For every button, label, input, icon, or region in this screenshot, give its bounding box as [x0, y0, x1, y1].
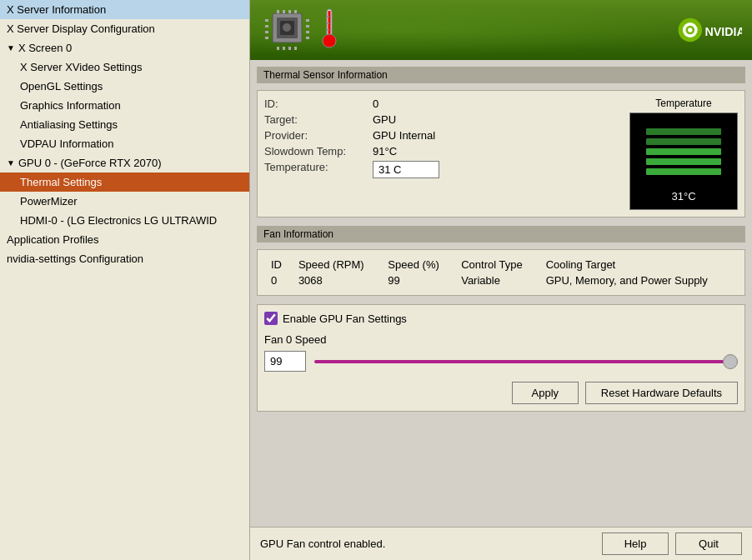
svg-rect-9: [294, 47, 297, 50]
target-label: Target:: [264, 113, 373, 126]
svg-rect-33: [646, 138, 721, 145]
temp-label: Temperature:: [264, 161, 373, 178]
reset-hardware-defaults-button[interactable]: Reset Hardware Defaults: [585, 382, 738, 404]
sensor-info-layout: ID: 0 Target: GPU Provider: GPU Internal: [264, 98, 738, 210]
sensor-id-row: ID: 0: [264, 98, 616, 110]
col-id: ID: [264, 257, 292, 272]
svg-rect-16: [306, 31, 309, 33]
fan-info-title: Fan Information: [263, 228, 333, 240]
temperature-input[interactable]: [373, 161, 439, 178]
svg-rect-34: [646, 148, 721, 155]
sidebar-item-hdmi-0[interactable]: HDMI-0 - (LG Electronics LG ULTRAWID: [0, 211, 249, 230]
svg-rect-15: [306, 25, 309, 28]
fan-cooling-target: GPU, Memory, and Power Supply: [539, 272, 738, 288]
fan-info-section-header: Fan Information: [257, 226, 745, 242]
temperature-group: Temperature: [629, 98, 738, 210]
help-button[interactable]: Help: [602, 532, 669, 555]
fan-control-box: Enable GPU Fan Settings Fan 0 Speed: [257, 304, 745, 412]
sidebar-item-app-profiles[interactable]: Application Profiles: [0, 230, 249, 249]
thermometer-icon: [318, 6, 341, 54]
svg-rect-6: [277, 47, 279, 50]
sidebar-item-graphics-info[interactable]: Graphics Information: [0, 96, 249, 115]
sidebar-item-x-video-settings[interactable]: X Server XVideo Settings: [0, 58, 249, 77]
sidebar-group-label-gpu: GPU 0 - (GeForce RTX 2070): [18, 157, 162, 169]
enable-gpu-fan-checkbox[interactable]: [264, 312, 278, 325]
sidebar-item-powermizer[interactable]: PowerMizer: [0, 192, 249, 211]
arrow-icon: ▼: [7, 43, 15, 52]
svg-rect-12: [265, 31, 268, 33]
fan-speed-section: Fan 0 Speed: [264, 333, 738, 372]
fan-speed-slider-thumb[interactable]: [723, 354, 738, 369]
svg-rect-17: [306, 37, 309, 39]
sidebar-item-vdpau-info[interactable]: VDPAU Information: [0, 134, 249, 153]
sidebar-item-thermal-settings[interactable]: Thermal Settings: [0, 172, 249, 192]
svg-rect-2: [277, 10, 279, 13]
chip-icon: [260, 5, 314, 55]
fan-speed-slider-container[interactable]: [314, 353, 738, 370]
temperature-group-label: Temperature: [655, 98, 711, 109]
col-speed-pct: Speed (%): [381, 257, 454, 272]
svg-rect-4: [288, 10, 291, 13]
sensor-details: ID: 0 Target: GPU Provider: GPU Internal: [264, 98, 616, 210]
sidebar-item-x-server-info[interactable]: X Server Information: [0, 0, 249, 19]
sidebar-item-opengl-settings[interactable]: OpenGL Settings: [0, 77, 249, 96]
sidebar-item-antialiasing-settings[interactable]: Antialiasing Settings: [0, 115, 249, 134]
quit-button[interactable]: Quit: [675, 532, 742, 555]
svg-rect-8: [288, 47, 291, 50]
fan-speed-label: Fan 0 Speed: [264, 333, 738, 346]
thermal-sensor-box: ID: 0 Target: GPU Provider: GPU Internal: [257, 90, 745, 218]
col-speed-rpm: Speed (RPM): [292, 257, 381, 272]
provider-value: GPU Internal: [373, 129, 435, 142]
fan-info-box: ID Speed (RPM) Speed (%) Control Type Co…: [257, 249, 745, 296]
sensor-target-row: Target: GPU: [264, 113, 616, 126]
svg-point-22: [323, 34, 336, 48]
content-area: NVIDIA Thermal Sensor Information ID: 0: [250, 0, 752, 560]
target-value: GPU: [373, 113, 396, 126]
fan-table: ID Speed (RPM) Speed (%) Control Type Co…: [264, 257, 738, 288]
header-banner: NVIDIA: [250, 0, 752, 60]
nvidia-logo: NVIDIA: [675, 13, 742, 47]
col-control-type: Control Type: [454, 257, 539, 272]
slowdown-label: Slowdown Temp:: [264, 145, 373, 158]
status-text: GPU Fan control enabled.: [260, 538, 385, 550]
svg-rect-36: [646, 168, 721, 175]
apply-button[interactable]: Apply: [512, 382, 579, 404]
svg-rect-11: [265, 25, 268, 28]
id-label: ID:: [264, 98, 373, 110]
svg-point-29: [688, 28, 692, 32]
svg-point-19: [283, 23, 291, 32]
table-row: 0 3068 99 Variable GPU, Memory, and Powe…: [264, 272, 738, 288]
id-value: 0: [373, 98, 379, 110]
thermal-sensor-title: Thermal Sensor Information: [263, 69, 388, 81]
svg-text:NVIDIA: NVIDIA: [705, 25, 742, 38]
svg-rect-7: [283, 47, 285, 50]
svg-rect-32: [646, 128, 721, 135]
thermal-sensor-section-header: Thermal Sensor Information: [257, 67, 745, 83]
enable-gpu-fan-row: Enable GPU Fan Settings: [264, 312, 738, 325]
slowdown-value: 91°C: [373, 145, 397, 158]
header-left: [260, 5, 341, 55]
bottom-buttons: Help Quit: [602, 532, 742, 555]
bottom-bar: GPU Fan control enabled. Help Quit: [250, 527, 752, 560]
sidebar-group-x-screen-0[interactable]: ▼ X Screen 0: [0, 38, 249, 58]
fan-speed-rpm: 3068: [292, 272, 381, 288]
temp-display-value: 31°C: [671, 190, 695, 202]
fan-control-type: Variable: [454, 272, 539, 288]
fan-speed-row: [264, 351, 738, 372]
content-panel: Thermal Sensor Information ID: 0 Target:…: [250, 60, 752, 527]
sidebar-item-nvidia-settings-config[interactable]: nvidia-settings Configuration: [0, 249, 249, 268]
button-row: Apply Reset Hardware Defaults: [264, 382, 738, 404]
sidebar: X Server Information X Server Display Co…: [0, 0, 250, 560]
fan-id: 0: [264, 272, 292, 288]
sidebar-group-label-x-screen: X Screen 0: [18, 42, 72, 54]
svg-rect-3: [283, 10, 285, 13]
sidebar-group-gpu-0[interactable]: ▼ GPU 0 - (GeForce RTX 2070): [0, 153, 249, 172]
fan-speed-input[interactable]: [264, 351, 306, 372]
svg-rect-24: [326, 22, 329, 24]
arrow-icon: ▼: [7, 158, 15, 168]
sidebar-item-x-server-display[interactable]: X Server Display Configuration: [0, 19, 249, 38]
fan-table-header-row: ID Speed (RPM) Speed (%) Control Type Co…: [264, 257, 738, 272]
svg-rect-25: [326, 29, 329, 31]
svg-rect-5: [294, 10, 297, 13]
svg-rect-13: [265, 37, 268, 39]
